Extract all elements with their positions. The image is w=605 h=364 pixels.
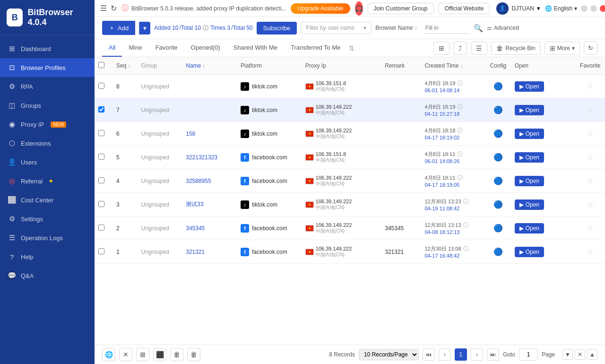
user-menu[interactable]: 👤 DJTUAN ▾ (496, 2, 540, 15)
scroll-up-button[interactable]: ▲ (587, 349, 597, 360)
sidebar-item-qna[interactable]: 💬 Q&A (0, 266, 95, 285)
language-selector[interactable]: 🌐 English ▾ (545, 5, 577, 12)
fingerprint-icon[interactable]: 🔵 (493, 200, 503, 208)
tab-all[interactable]: All (102, 39, 122, 57)
sidebar-item-extensions[interactable]: ⬡ Extensions (0, 134, 95, 153)
fingerprint-icon[interactable]: 🔵 (493, 224, 503, 232)
select-all-checkbox[interactable] (98, 62, 104, 68)
row-name[interactable]: 3221321323 (182, 146, 237, 169)
prev-page-button[interactable]: ‹ (439, 348, 451, 361)
user-filter-select[interactable]: Filter by user name ▾ (301, 22, 372, 34)
name-header[interactable]: Name ↕ (182, 57, 237, 75)
add-button[interactable]: ＋ Add (102, 21, 135, 35)
favorite-star[interactable]: ☆ (587, 130, 594, 138)
created-time-header[interactable]: Created Time ↓ (421, 57, 485, 75)
fingerprint-icon[interactable]: 🔵 (493, 106, 503, 114)
info-icon[interactable]: ⓘ (457, 127, 463, 135)
seq-header[interactable]: Seq ↕ (112, 57, 138, 75)
fingerprint-icon[interactable]: 🔵 (493, 130, 503, 138)
open-browser-button[interactable]: ▶ Open (515, 81, 544, 92)
favorite-star[interactable]: ☆ (587, 224, 594, 232)
row-name[interactable]: 测试33 (182, 193, 237, 217)
info-icon[interactable]: ⓘ (457, 79, 463, 87)
sidebar-item-browser-profiles[interactable]: ⊡ Browser Profiles (0, 58, 95, 77)
goto-page-input[interactable] (519, 348, 538, 361)
row-checkbox[interactable] (98, 154, 104, 160)
browser-name-input[interactable] (423, 23, 470, 34)
table-refresh-button[interactable]: ↻ (584, 42, 597, 54)
sidebar-item-dashboard[interactable]: ⊞ Dashboard (0, 39, 95, 58)
add-dropdown-button[interactable]: ▾ (139, 22, 150, 35)
info-icon[interactable]: ⓘ (463, 221, 469, 229)
search-button[interactable]: 🔍 (474, 24, 483, 33)
favorite-star[interactable]: ☆ (587, 82, 594, 90)
fingerprint-icon[interactable]: 🔵 (493, 153, 503, 161)
upgrade-button[interactable]: Upgrade Available (291, 3, 350, 14)
info-icon[interactable]: ⓘ (457, 103, 463, 111)
fingerprint-icon[interactable]: 🔵 (493, 177, 503, 185)
batch-action-button[interactable]: ⊠ (136, 348, 149, 361)
sort-icon[interactable]: ⇅ (349, 44, 354, 52)
sidebar-item-referral[interactable]: ◎ Referral ✦ (0, 172, 95, 191)
open-browser-button[interactable]: ▶ Open (515, 152, 544, 163)
share-button[interactable]: ⤴ (453, 42, 467, 55)
row-checkbox[interactable] (98, 248, 104, 254)
sidebar-item-users[interactable]: 👤 Users (0, 153, 95, 172)
fingerprint-icon[interactable]: 🔵 (493, 82, 503, 90)
row-checkbox[interactable] (98, 225, 104, 231)
batch-window-button[interactable]: ⬛ (153, 348, 166, 361)
info-icon[interactable]: ⓘ (457, 174, 463, 182)
customer-group-button[interactable]: Join Customer Group (368, 3, 434, 14)
tab-shared[interactable]: Shared With Me (227, 39, 284, 57)
batch-delete-button[interactable]: 🗑 (170, 348, 183, 361)
last-page-button[interactable]: ⏭ (487, 348, 499, 361)
subscribe-button[interactable]: Subscribe (257, 22, 297, 35)
list-view-button[interactable]: ☰ (471, 42, 487, 55)
row-checkbox[interactable] (98, 106, 104, 113)
row-name[interactable]: 158 (182, 122, 237, 146)
row-checkbox[interactable] (98, 177, 104, 183)
menu-toggle-button[interactable]: ☰ (100, 4, 107, 13)
batch-trash-button[interactable]: 🗑 (187, 348, 200, 361)
favorite-star[interactable]: ☆ (587, 177, 594, 185)
row-checkbox[interactable] (98, 83, 104, 89)
favorite-star[interactable]: ☆ (587, 106, 594, 114)
row-name[interactable]: 321321 (182, 240, 237, 264)
open-browser-button[interactable]: ▶ Open (515, 223, 544, 234)
official-website-button[interactable]: Official Website (439, 3, 490, 14)
favorite-star[interactable]: ☆ (587, 153, 594, 161)
favorite-star[interactable]: ☆ (587, 248, 594, 256)
row-name[interactable] (182, 75, 237, 98)
fingerprint-icon[interactable]: 🔵 (493, 248, 503, 256)
refresh-button[interactable]: ↻ (111, 4, 117, 13)
favorite-star[interactable]: ☆ (587, 200, 594, 208)
open-browser-button[interactable]: ▶ Open (515, 199, 544, 210)
sidebar-item-help[interactable]: ? Help (0, 247, 95, 266)
sidebar-item-cost-center[interactable]: ⬜ Cost Center (0, 191, 95, 209)
sidebar-item-operation-logs[interactable]: ☰ Operation Logs (0, 228, 95, 247)
open-browser-button[interactable]: ▶ Open (515, 176, 544, 186)
tab-transferred[interactable]: Transferred To Me (284, 39, 347, 57)
tab-favorite[interactable]: Favorite (149, 39, 184, 57)
sidebar-item-proxy-ip[interactable]: ◉ Proxy IP NEW (0, 115, 95, 134)
close-button[interactable] (600, 5, 605, 12)
sidebar-item-rpa[interactable]: ⚙ RPA (0, 77, 95, 96)
batch-close-button[interactable]: ✕ (119, 348, 132, 361)
recycle-bin-button[interactable]: 🗑 Recycle Bin (491, 42, 540, 55)
sidebar-item-settings[interactable]: ⚙ Settings (0, 209, 95, 228)
row-name[interactable]: 345345 (182, 217, 237, 240)
minimize-button[interactable] (581, 5, 588, 12)
clear-selection-button[interactable]: ✕ (575, 349, 585, 360)
row-checkbox[interactable] (98, 201, 104, 207)
tab-mine[interactable]: Mine (122, 39, 148, 57)
info-icon[interactable]: ⓘ (463, 198, 469, 206)
batch-open-button[interactable]: 🌐 (102, 348, 115, 361)
maximize-button[interactable] (590, 5, 597, 12)
grid-view-button[interactable]: ⊞ (433, 42, 449, 55)
more-button[interactable]: ⊞ More ▾ (544, 42, 580, 55)
next-page-button[interactable]: › (471, 348, 483, 361)
sidebar-item-groups[interactable]: ◫ Groups (0, 96, 95, 115)
per-page-select[interactable]: 10 Records/Page 20 Records/Page 50 Recor… (359, 349, 419, 360)
scroll-down-button[interactable]: ▼ (562, 349, 573, 360)
row-checkbox[interactable] (98, 130, 104, 136)
